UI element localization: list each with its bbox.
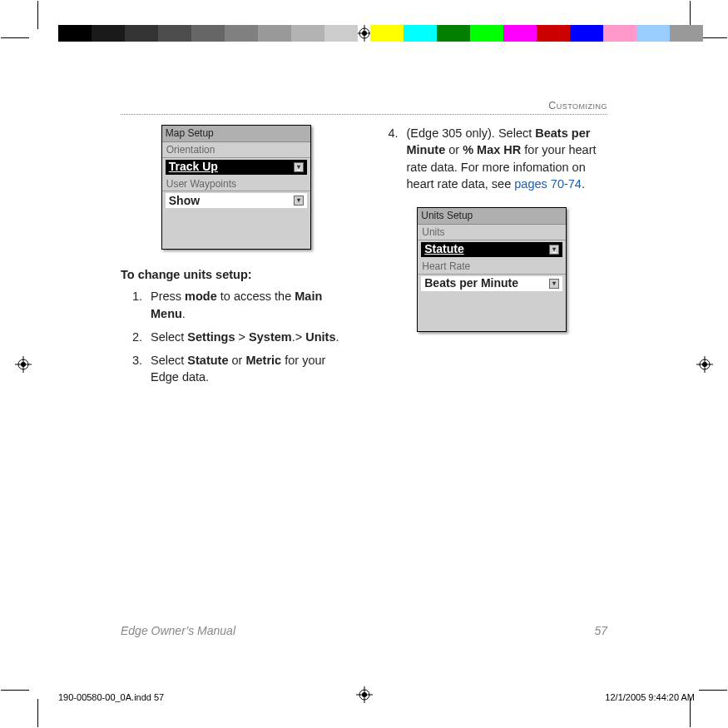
page-link[interactable]: pages 70-74 — [514, 177, 582, 191]
left-column: Map Setup Orientation Track Up ▾ User Wa… — [121, 125, 352, 393]
field-value: Beats per Minute — [424, 275, 518, 292]
step-1: Press mode to access the Main Menu. — [146, 288, 352, 322]
units-field: Statute ▾ — [421, 242, 562, 257]
imposition-footer: 190-00580-00_0A.indd 57 12/1/2005 9:44:2… — [58, 692, 695, 702]
dropdown-icon: ▾ — [549, 279, 559, 289]
step-4: (Edge 305 only). Select Beats per Minute… — [402, 125, 608, 192]
dropdown-icon: ▾ — [549, 245, 559, 255]
device-title: Units Setup — [418, 208, 566, 225]
dropdown-icon: ▾ — [294, 196, 304, 206]
device-label: Heart Rate — [418, 259, 566, 275]
running-head: Customizing — [121, 100, 607, 115]
right-column: (Edge 305 only). Select Beats per Minute… — [377, 125, 608, 393]
steps-list-cont: (Edge 305 only). Select Beats per Minute… — [377, 125, 608, 192]
dropdown-icon: ▾ — [294, 162, 304, 172]
map-setup-screenshot: Map Setup Orientation Track Up ▾ User Wa… — [161, 125, 311, 250]
steps-list: Press mode to access the Main Menu. Sele… — [121, 288, 352, 385]
field-value: Show — [169, 193, 200, 210]
crop-mark — [699, 690, 727, 691]
color-bar — [58, 25, 358, 42]
device-label: User Waypoints — [162, 176, 310, 192]
units-setup-screenshot: Units Setup Units Statute ▾ Heart Rate B… — [417, 207, 567, 332]
crop-mark — [1, 37, 29, 38]
crop-mark — [699, 37, 727, 38]
device-title: Map Setup — [162, 126, 310, 142]
waypoints-field: Show ▾ — [166, 193, 307, 208]
crop-mark — [37, 1, 38, 29]
section-heading: To change units setup: — [121, 266, 352, 283]
color-bar — [370, 25, 703, 42]
indd-filename: 190-00580-00_0A.indd 57 — [58, 692, 164, 702]
crop-mark — [1, 690, 29, 691]
registration-mark-icon — [15, 356, 32, 373]
field-value: Statute — [424, 241, 463, 258]
page-footer: Edge Owner’s Manual 57 — [121, 624, 607, 637]
registration-mark-icon — [696, 356, 713, 373]
crop-mark — [37, 699, 38, 727]
orientation-field: Track Up ▾ — [166, 160, 307, 175]
indd-timestamp: 12/1/2005 9:44:20 AM — [605, 692, 695, 702]
device-label: Orientation — [162, 142, 310, 158]
crop-mark — [690, 699, 691, 727]
page-body: Customizing Map Setup Orientation Track … — [121, 100, 607, 393]
page-number: 57 — [594, 624, 607, 637]
step-2: Select Settings > System.> Units. — [146, 329, 352, 345]
field-value: Track Up — [169, 159, 218, 176]
step-3: Select Statute or Metric for your Edge d… — [146, 352, 352, 386]
device-label: Units — [418, 225, 566, 240]
manual-title: Edge Owner’s Manual — [121, 624, 235, 637]
heart-rate-field: Beats per Minute ▾ — [421, 276, 562, 291]
